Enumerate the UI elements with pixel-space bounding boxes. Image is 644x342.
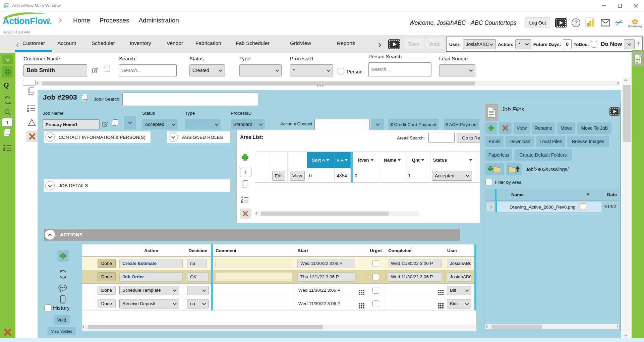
scroll-left-icon[interactable] (37, 82, 39, 84)
todos-checkbox[interactable] (591, 41, 597, 48)
person-search-input[interactable] (368, 62, 431, 76)
calendar-grid-icon[interactable] (438, 303, 440, 304)
user-select[interactable]: JosiahABC (463, 39, 496, 49)
area-horizontal-scrollbar[interactable] (255, 211, 419, 216)
copy-area-icon[interactable] (242, 182, 247, 189)
done-button[interactable]: Done (98, 299, 116, 308)
area-edit-button[interactable]: Edit (272, 171, 285, 181)
selected-file[interactable]: Drawing_Active_2688_Rev0.png (495, 201, 601, 213)
do-now-select[interactable] (624, 39, 635, 49)
quick-find-icon[interactable]: Q (4, 81, 9, 90)
file-row[interactable]: Drawing_Active_2688_Rev0.png 4/14/2 (485, 201, 619, 213)
decision-field[interactable]: OK (187, 272, 209, 282)
actions-section-bar[interactable]: ACTIONS (44, 229, 460, 241)
view-voided-button[interactable]: View Voided (48, 327, 76, 335)
action-row[interactable]: Done Schedule Template Wed 11/30/22 3:06… (82, 284, 476, 297)
decision-field[interactable]: na (187, 259, 207, 268)
comment-field[interactable] (215, 259, 292, 268)
job-name-field[interactable]: Primary Home1 (43, 119, 100, 129)
job-details-section-bar[interactable]: JOB DETAILS (44, 179, 230, 192)
tab-account[interactable]: Account (57, 35, 76, 51)
filter-by-area-checkbox[interactable] (485, 179, 492, 185)
decision-select[interactable] (187, 286, 209, 295)
mail-icon[interactable] (600, 18, 610, 27)
area-row-number-box[interactable]: 1 (240, 168, 251, 177)
chevron-down-icon[interactable] (45, 132, 55, 142)
copy-customer-icon[interactable] (104, 67, 108, 73)
logout-button[interactable]: Log Out (525, 17, 550, 28)
drag-handle-icon[interactable] (317, 85, 318, 87)
action-row[interactable]: Done Create Estimate na Wed 11/30/22 3:0… (82, 257, 476, 270)
area-col-num[interactable]: # (335, 152, 351, 168)
snip-scissors-icon[interactable]: ✂ (614, 16, 625, 29)
area-status-select[interactable]: Accepted (432, 171, 472, 181)
tab-fab-scheduler[interactable]: Fab Scheduler (236, 35, 270, 51)
paperless-button[interactable]: Paperless (485, 149, 512, 161)
close-record-icon[interactable] (3, 328, 12, 337)
go-to-revision-button[interactable]: Go to Re (457, 133, 480, 143)
files-horizontal-scrollbar[interactable] (485, 324, 619, 329)
actions-horizontal-scrollbar[interactable] (82, 325, 476, 330)
refresh-icon[interactable] (3, 96, 12, 105)
area-col-rvsn[interactable]: Rvsn (353, 152, 379, 168)
job-status-select[interactable]: Accepted (142, 119, 178, 129)
done-button[interactable]: Done (98, 272, 116, 281)
chevron-down-icon[interactable] (169, 132, 178, 142)
person-checkbox[interactable] (338, 68, 344, 74)
copy-job-icon[interactable] (28, 89, 34, 96)
move-file-button[interactable]: Move (557, 122, 575, 134)
job-search-input[interactable] (122, 93, 258, 106)
done-button[interactable]: Done (98, 286, 116, 295)
area-search-input[interactable] (428, 133, 455, 143)
tab-customer[interactable]: Customer (22, 35, 45, 51)
urgent-checkbox[interactable] (372, 300, 379, 307)
user-select[interactable]: Bill (447, 286, 471, 295)
video-help-icon[interactable] (388, 39, 400, 50)
nav-back-icon[interactable] (47, 17, 50, 23)
refresh-actions-icon[interactable] (58, 270, 68, 279)
move-to-job-button[interactable]: Move To Job (577, 122, 611, 134)
scrollbar-thumb[interactable] (623, 85, 631, 142)
ach-payment-button[interactable]: $ ACH Payment (444, 119, 479, 130)
mobile-phone-icon[interactable] (60, 295, 66, 304)
action-name-select[interactable]: Receive Deposit (119, 299, 179, 308)
future-days-input[interactable]: 0 (563, 39, 572, 49)
files-col-date[interactable]: Date (607, 192, 617, 197)
area-col-sort[interactable]: Sort (307, 152, 335, 168)
triangle-icon[interactable] (27, 119, 36, 126)
urgent-checkbox[interactable] (372, 260, 379, 267)
maximize-button[interactable] (612, 0, 628, 11)
expand-row-icon[interactable] (487, 203, 494, 211)
tabs-scroll-left-icon[interactable] (17, 42, 20, 48)
job-checklist-icon[interactable] (27, 104, 36, 112)
tab-gridview[interactable]: GridView (290, 35, 311, 51)
add-folder-icon[interactable] (485, 163, 504, 175)
scroll-right-icon[interactable] (617, 82, 619, 84)
assigned-roles-section-bar[interactable]: ASSIGNED ROLES (167, 131, 230, 143)
credit-card-payment-button[interactable]: $ Credit Card Payment (388, 119, 438, 130)
record-count-box[interactable]: 1 (2, 118, 13, 127)
delete-file-button[interactable] (499, 122, 512, 134)
customer-name-field[interactable]: Bob Smith (23, 64, 87, 76)
training-video-icon[interactable] (555, 18, 567, 28)
contact-info-section-bar[interactable]: CONTACT INFORMATION & PERSON(S) (44, 131, 151, 143)
view-file-button[interactable]: View (514, 122, 530, 134)
done-button[interactable]: Done (98, 259, 116, 268)
minimize-button[interactable] (596, 0, 612, 11)
calendar-grid-icon[interactable] (359, 290, 360, 291)
area-col-name[interactable]: Name (379, 152, 406, 168)
urgent-checkbox[interactable] (372, 287, 379, 294)
edit-customer-icon[interactable] (92, 67, 99, 74)
area-checklist-icon[interactable] (241, 196, 249, 203)
chevron-down-icon[interactable] (45, 181, 55, 190)
folder-up-icon[interactable] (506, 163, 522, 175)
close-button[interactable] (628, 0, 644, 11)
checklist-icon[interactable] (3, 144, 12, 152)
vertical-scrollbar[interactable] (622, 77, 631, 339)
nav-forward-icon[interactable] (58, 17, 61, 23)
create-default-folders-button[interactable]: Create Default Folders (514, 149, 572, 161)
menu-item-administration[interactable]: Administration (138, 17, 179, 24)
search-icon[interactable] (4, 109, 11, 116)
menu-item-processes[interactable]: Processes (100, 17, 129, 24)
action-select[interactable]: * (515, 39, 531, 49)
